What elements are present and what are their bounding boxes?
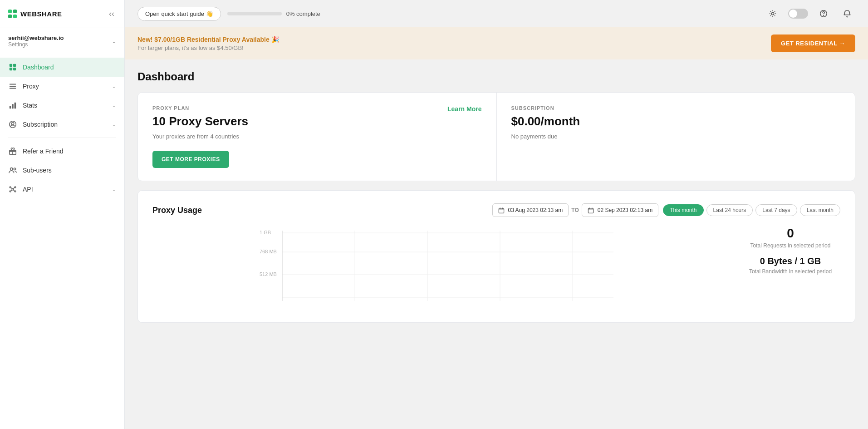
get-residential-button[interactable]: GET RESIDENTIAL → — [771, 35, 855, 52]
theme-toggle[interactable] — [788, 9, 808, 19]
filter-last-24h-button[interactable]: Last 24 hours — [706, 204, 753, 216]
filter-this-month-button[interactable]: This month — [663, 204, 703, 216]
help-icon-button[interactable] — [815, 5, 832, 22]
stats-area: 0 Total Requests in selected period 0 By… — [740, 226, 840, 310]
sidebar-item-dashboard[interactable]: Dashboard — [0, 58, 124, 77]
nav-divider — [8, 138, 116, 138]
sidebar-item-subusers[interactable]: Sub-users — [0, 161, 124, 180]
svg-point-13 — [10, 168, 13, 170]
filter-last-7d-button[interactable]: Last 7 days — [755, 204, 797, 216]
filter-last-month-label: Last month — [807, 207, 834, 213]
total-requests-label: Total Requests in selected period — [740, 242, 840, 249]
topbar: Open quick start guide 👋 0% complete — [125, 0, 868, 27]
usage-controls: 03 Aug 2023 02:13 am TO 02 Sep 2023 02:1… — [492, 203, 841, 217]
sidebar-item-api[interactable]: API ⌄ — [0, 180, 124, 199]
get-more-proxies-button[interactable]: GET MORE PROXIES — [152, 151, 229, 168]
svg-line-20 — [11, 187, 12, 189]
svg-line-21 — [13, 187, 15, 189]
svg-rect-2 — [10, 68, 12, 70]
filter-last-month-button[interactable]: Last month — [800, 204, 840, 216]
api-chevron-icon: ⌄ — [112, 186, 116, 192]
svg-rect-9 — [15, 103, 16, 109]
sidebar: WEBSHARE ‹‹ serhii@webshare.io Settings … — [0, 0, 125, 429]
sidebar-item-stats[interactable]: Stats ⌄ — [0, 96, 124, 115]
svg-rect-4 — [10, 84, 16, 85]
api-icon — [8, 185, 17, 194]
usage-header: Proxy Usage 03 Aug 2023 02:13 am — [152, 203, 840, 217]
sidebar-item-proxy-label: Proxy — [23, 83, 106, 90]
proxy-chevron-icon: ⌄ — [112, 83, 116, 89]
svg-line-23 — [13, 190, 15, 191]
banner-primary-text: New! $7.00/1GB Residential Proxy Availab… — [137, 36, 279, 43]
logo-text: WEBSHARE — [20, 10, 62, 18]
svg-rect-1 — [13, 64, 16, 67]
sidebar-header: WEBSHARE ‹‹ — [0, 0, 124, 28]
svg-point-24 — [771, 12, 774, 15]
proxy-plan-value: 10 Proxy Servers — [152, 114, 482, 128]
total-requests-value: 0 — [740, 226, 840, 241]
svg-text:512 MB: 512 MB — [260, 271, 277, 277]
quick-start-label: Open quick start guide 👋 — [145, 10, 213, 17]
usage-chart: 1 GB 768 MB 512 MB — [152, 226, 730, 308]
svg-point-15 — [12, 188, 14, 190]
topbar-left: Open quick start guide 👋 0% complete — [137, 7, 320, 21]
user-email: serhii@webshare.io — [8, 35, 64, 41]
quick-start-button[interactable]: Open quick start guide 👋 — [137, 7, 221, 21]
logo-area: WEBSHARE — [8, 10, 62, 18]
page-title: Dashboard — [137, 70, 855, 83]
date-to-input[interactable]: 02 Sep 2023 02:13 am — [582, 203, 658, 217]
logo-dot-2 — [8, 15, 12, 18]
settings-icon-button[interactable] — [765, 5, 781, 22]
get-residential-label: GET RESIDENTIAL → — [781, 40, 845, 47]
logo-dot-1 — [8, 10, 12, 13]
bar-chart-icon — [8, 101, 17, 110]
sidebar-item-refer-label: Refer a Friend — [23, 148, 116, 155]
sidebar-item-subusers-label: Sub-users — [23, 167, 116, 174]
user-circle-icon — [8, 120, 17, 129]
bandwidth-label: Total Bandwidth in selected period — [740, 268, 840, 275]
date-separator: TO — [571, 207, 579, 213]
cards-row: PROXY PLAN 10 Proxy Servers Learn More Y… — [137, 92, 855, 181]
sidebar-item-dashboard-label: Dashboard — [23, 64, 116, 71]
sidebar-item-refer[interactable]: Refer a Friend — [0, 142, 124, 161]
grid-icon — [8, 63, 17, 72]
progress-label: 0% complete — [286, 10, 320, 17]
calendar-icon-from — [498, 207, 505, 213]
promo-banner: New! $7.00/1GB Residential Proxy Availab… — [125, 27, 868, 59]
bandwidth-block: 0 Bytes / 1 GB Total Bandwidth in select… — [740, 256, 840, 275]
gift-icon — [8, 147, 17, 156]
proxy-plan-label: PROXY PLAN — [152, 105, 482, 111]
sidebar-item-subscription[interactable]: Subscription ⌄ — [0, 115, 124, 134]
sidebar-item-subscription-label: Subscription — [23, 121, 106, 128]
notification-icon-button[interactable] — [839, 5, 855, 22]
svg-point-14 — [14, 168, 16, 170]
svg-rect-8 — [12, 104, 14, 108]
subscription-card: SUBSCRIPTION $0.00/month No payments due — [496, 93, 855, 181]
proxy-usage-section: Proxy Usage 03 Aug 2023 02:13 am — [137, 190, 855, 323]
topbar-right — [765, 5, 855, 22]
date-range: 03 Aug 2023 02:13 am TO 02 Sep 2023 02:1… — [492, 203, 659, 217]
sidebar-item-api-label: API — [23, 186, 106, 193]
time-filters: This month Last 24 hours Last 7 days Las… — [663, 204, 840, 216]
user-section[interactable]: serhii@webshare.io Settings ⌄ — [0, 28, 124, 54]
learn-more-link[interactable]: Learn More — [447, 105, 481, 113]
get-more-proxies-label: GET MORE PROXIES — [162, 156, 220, 163]
date-from-input[interactable]: 03 Aug 2023 02:13 am — [492, 203, 569, 217]
logo-icon — [8, 10, 17, 18]
subscription-subtitle: No payments due — [511, 133, 841, 140]
subscription-chevron-icon: ⌄ — [112, 121, 116, 128]
filter-last-24h-label: Last 24 hours — [713, 207, 746, 213]
collapse-sidebar-button[interactable]: ‹‹ — [107, 7, 116, 20]
main-area: Open quick start guide 👋 0% complete — [125, 0, 868, 429]
svg-rect-0 — [10, 64, 12, 67]
svg-rect-6 — [10, 88, 16, 89]
chart-area: 1 GB 768 MB 512 MB — [152, 226, 730, 310]
svg-rect-28 — [588, 208, 593, 213]
toggle-thumb — [789, 10, 797, 18]
svg-line-22 — [11, 190, 12, 191]
calendar-icon-to — [588, 207, 594, 213]
get-more-proxies-action: GET MORE PROXIES — [152, 151, 482, 168]
sidebar-item-proxy[interactable]: Proxy ⌄ — [0, 77, 124, 96]
svg-text:768 MB: 768 MB — [260, 249, 277, 254]
banner-secondary-text: For larger plans, it's as low as $4.50/G… — [137, 44, 279, 51]
